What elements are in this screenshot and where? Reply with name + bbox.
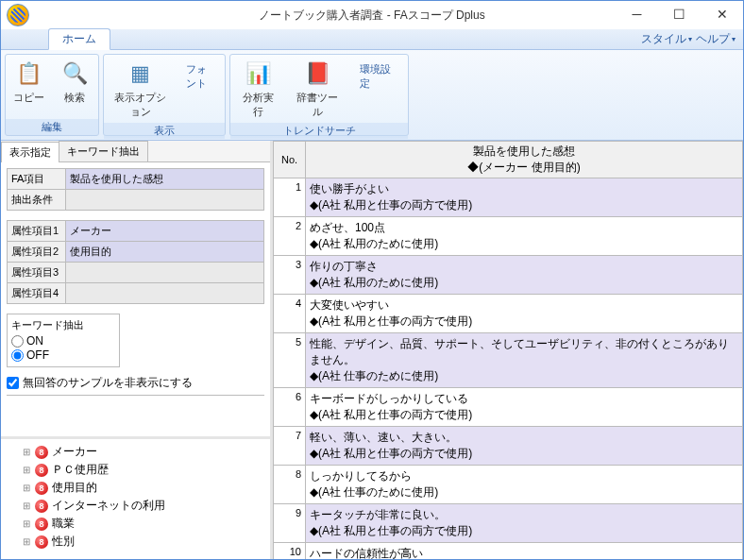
row-number: 4 [274,295,306,333]
tree-item-label: 職業 [52,516,75,532]
env-settings-button[interactable]: 環境設定 [350,59,408,94]
data-table: No. 製品を使用した感想 ◆(メーカー 使用目的) 1使い勝手がよい◆(A社 … [273,141,743,559]
minimize-button[interactable]: ─ [616,1,658,27]
copy-button[interactable]: 📋 コピー [6,55,52,119]
row-text: 大変使いやすい◆(A社 私用と仕事の両方で使用) [306,295,743,333]
attr1-value[interactable]: メーカー [66,221,264,242]
attribute-icon: 8 [35,518,48,531]
analysis-icon: 📊 [243,59,273,89]
menu-style[interactable]: スタイル ▾ [641,31,692,47]
fa-item-label: FA項目 [8,169,66,190]
row-text: キーボードがしっかりしている◆(A社 私用と仕事の両方で使用) [306,388,743,427]
expander-icon[interactable]: ⊞ [22,501,31,511]
ribbon: 📋 コピー 🔍 検索 編集 ▦ 表示オプション フォント 表示 📊 分 [1,50,743,141]
search-button[interactable]: 🔍 検索 [52,55,97,119]
tab-home[interactable]: ホーム [48,28,110,50]
row-text: しっかりしてるから◆(A社 仕事のために使用) [306,466,743,504]
attribute-icon: 8 [35,464,48,477]
col-no-header[interactable]: No. [274,142,306,178]
data-table-scroll[interactable]: No. 製品を使用した感想 ◆(メーカー 使用目的) 1使い勝手がよい◆(A社 … [273,141,743,559]
tab-display-spec[interactable]: 表示指定 [1,142,59,162]
expander-icon[interactable]: ⊞ [22,536,31,547]
table-row[interactable]: 5性能、デザイン、品質、サポート、そしてユーザビリティ、非の付くところがありませ… [274,333,743,388]
table-row[interactable]: 2めざせ、100点◆(A社 私用のために使用) [274,217,743,256]
attribute-tree: ⊞8メーカー⊞8ＰＣ使用歴⊞8使用目的⊞8インターネットの利用⊞8職業⊞8性別 [1,436,270,559]
col-text-header[interactable]: 製品を使用した感想 ◆(メーカー 使用目的) [306,142,743,178]
extract-cond-value[interactable] [66,190,264,211]
row-number: 5 [274,333,306,388]
tree-item[interactable]: ⊞8ＰＣ使用歴 [5,461,266,479]
menu-help[interactable]: ヘルプ ▾ [696,31,736,47]
attr2-value[interactable]: 使用目的 [66,242,264,263]
attr4-value[interactable] [66,283,264,304]
right-panel: No. 製品を使用した感想 ◆(メーカー 使用目的) 1使い勝手がよい◆(A社 … [273,141,743,559]
expander-icon[interactable]: ⊞ [22,447,31,457]
window-title: ノートブック購入者調査 - FAスコープ Dplus [259,8,484,24]
extract-cond-label: 抽出条件 [8,190,66,211]
analysis-run-button[interactable]: 📊 分析実行 [230,55,285,123]
book-icon: 📕 [302,59,332,89]
attr1-label: 属性項目1 [8,221,66,242]
table-row[interactable]: 8しっかりしてるから◆(A社 仕事のために使用) [274,466,743,504]
row-text: 作りの丁寧さ◆(A社 私用のために使用) [306,256,743,295]
font-button[interactable]: フォント [177,59,225,94]
maximize-button[interactable]: ☐ [658,1,701,27]
chevron-down-icon: ▾ [688,35,692,43]
table-row[interactable]: 3作りの丁寧さ◆(A社 私用のために使用) [274,256,743,295]
keyword-extract-group: キーワード抽出 ON OFF [7,314,120,367]
tree-item[interactable]: ⊞8インターネットの利用 [5,497,266,515]
table-row[interactable]: 9キータッチが非常に良い。◆(A社 私用と仕事の両方で使用) [274,504,743,543]
row-text: キータッチが非常に良い。◆(A社 私用と仕事の両方で使用) [306,504,743,543]
attribute-icon: 8 [35,482,48,495]
tree-item-label: ＰＣ使用歴 [52,462,109,478]
row-text: 使い勝手がよい◆(A社 私用と仕事の両方で使用) [306,178,743,217]
expander-icon[interactable]: ⊞ [22,465,31,475]
row-number: 1 [274,178,306,217]
tab-keyword-extract[interactable]: キーワード抽出 [59,141,148,161]
table-row[interactable]: 7軽い、薄い、速い、大きい。◆(A社 私用と仕事の両方で使用) [274,427,743,466]
attr3-value[interactable] [66,263,264,283]
dict-tool-button[interactable]: 📕 辞書ツール [285,55,350,123]
row-text: 軽い、薄い、速い、大きい。◆(A社 私用と仕事の両方で使用) [306,427,743,466]
table-row[interactable]: 6キーボードがしっかりしている◆(A社 私用と仕事の両方で使用) [274,388,743,427]
row-number: 6 [274,388,306,427]
ribbon-group-edit-label: 編集 [6,119,98,135]
expander-icon[interactable]: ⊞ [22,483,31,493]
tree-item[interactable]: ⊞8メーカー [5,443,266,461]
attribute-icon: 8 [35,500,48,513]
copy-icon: 📋 [14,59,44,89]
table-row[interactable]: 1使い勝手がよい◆(A社 私用と仕事の両方で使用) [274,178,743,217]
row-number: 8 [274,466,306,504]
radio-off[interactable]: OFF [11,348,115,362]
display-option-button[interactable]: ▦ 表示オプション [104,55,177,123]
expander-icon[interactable]: ⊞ [22,518,31,529]
ribbon-group-trend-label: トレンドサーチ [230,123,408,139]
attr3-label: 属性項目3 [8,263,66,283]
attr4-label: 属性項目4 [8,283,66,304]
table-row[interactable]: 10ハードの信頼性が高い◆(A社 私用と仕事の両方で使用) [274,543,743,560]
row-number: 2 [274,217,306,256]
tree-item-label: 性別 [52,534,75,550]
tree-item[interactable]: ⊞8性別 [5,533,266,551]
row-number: 9 [274,504,306,543]
hide-blank-checkbox[interactable]: 無回答のサンプルを非表示にする [7,375,264,396]
row-text: めざせ、100点◆(A社 私用のために使用) [306,217,743,256]
app-icon[interactable] [7,4,29,26]
chevron-down-icon: ▾ [732,35,736,43]
left-panel: 表示指定 キーワード抽出 FA項目 製品を使用した感想 抽出条件 属性項目1メー… [1,141,273,559]
grid-icon: ▦ [126,59,156,89]
search-icon: 🔍 [59,59,90,89]
attr2-label: 属性項目2 [8,242,66,263]
tree-item[interactable]: ⊞8職業 [5,515,266,533]
row-number: 10 [274,543,306,560]
tree-item[interactable]: ⊞8使用目的 [5,479,266,497]
table-row[interactable]: 4大変使いやすい◆(A社 私用と仕事の両方で使用) [274,295,743,333]
radio-on[interactable]: ON [11,334,115,348]
row-text: ハードの信頼性が高い◆(A社 私用と仕事の両方で使用) [306,543,743,560]
kw-extract-title: キーワード抽出 [11,318,115,332]
tree-item-label: メーカー [52,444,97,460]
fa-item-value[interactable]: 製品を使用した感想 [66,169,264,190]
close-button[interactable]: ✕ [701,1,743,27]
ribbon-group-display-label: 表示 [104,123,225,139]
titlebar: ノートブック購入者調査 - FAスコープ Dplus ─ ☐ ✕ [1,1,743,29]
